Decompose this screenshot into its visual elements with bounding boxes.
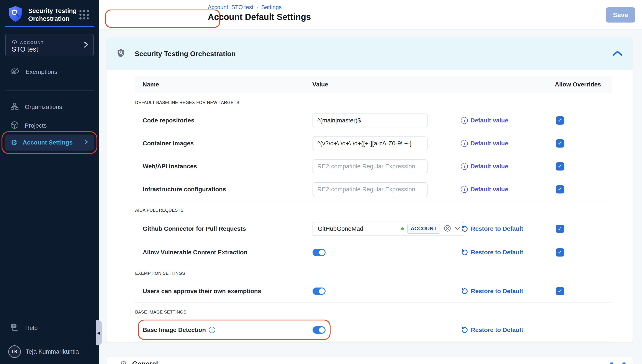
toggle-knob	[319, 288, 325, 294]
toggle-knob	[319, 327, 325, 333]
check-icon: ✓	[558, 288, 562, 294]
column-allow-overrides: Allow Overrides	[555, 81, 601, 88]
info-icon: i	[461, 140, 468, 147]
toggle-on[interactable]	[312, 326, 326, 334]
web-api-regex-input[interactable]	[312, 160, 428, 173]
gear-icon: ⚙	[120, 359, 127, 364]
setting-name: Users can approve their own exemptions	[143, 288, 261, 295]
page-title: Account Default Settings	[208, 12, 311, 22]
avatar: TK	[8, 345, 21, 358]
toggle-knob	[319, 250, 325, 255]
module-grid-icon[interactable]	[79, 10, 89, 20]
setting-row-allow-vulnerable-content-extraction: Allow Vulnerable Content Extraction Rest…	[135, 241, 612, 264]
sidebar-item-label: Exemptions	[26, 68, 57, 76]
scope-label: ACCOUNT	[20, 40, 44, 45]
setting-row-github-connector: Github Connector for Pull Requests GitHu…	[135, 217, 612, 241]
restore-to-default-button[interactable]: Restore to Default	[461, 225, 523, 233]
chevron-up-icon[interactable]	[613, 50, 622, 57]
user-name: Teja Kummarikuntla	[26, 348, 79, 355]
breadcrumb-settings-link[interactable]: Settings	[261, 4, 282, 10]
code-repositories-regex-input[interactable]	[312, 114, 428, 128]
setting-name: Web/API instances	[143, 163, 197, 170]
check-icon: ✓	[558, 117, 562, 124]
sidebar-collapse-handle[interactable]: ◀	[96, 320, 102, 345]
page-header: Account: STO test › Settings Account Def…	[99, 0, 642, 30]
sidebar-divider	[5, 90, 94, 90]
check-icon: ✓	[558, 140, 562, 147]
sidebar-divider	[5, 164, 94, 164]
sidebar-item-label: Help	[25, 324, 38, 332]
section-exemption-settings: EXEMPTION SETTINGS	[135, 271, 612, 276]
save-button[interactable]: Save	[606, 7, 635, 22]
sidebar-item-organizations[interactable]: Organizations	[0, 100, 99, 114]
default-value-indicator[interactable]: i Default value	[461, 186, 508, 193]
layers-icon	[12, 40, 17, 46]
sidebar: Security Testing Orchestration ACCOUNT S…	[0, 0, 99, 364]
svg-text:?: ?	[13, 324, 15, 328]
toggle-on[interactable]	[312, 288, 326, 295]
sidebar-item-label: Projects	[25, 122, 47, 129]
info-icon: i	[461, 163, 468, 170]
restore-icon	[461, 287, 468, 295]
restore-to-default-button[interactable]: Restore to Default	[461, 248, 523, 256]
restore-to-default-button[interactable]: Restore to Default	[461, 287, 523, 295]
panel-title: General	[132, 360, 158, 364]
allow-override-checkbox[interactable]: ✓	[556, 287, 564, 295]
account-scope-picker[interactable]: ACCOUNT STO test	[5, 34, 94, 56]
sidebar-item-help[interactable]: ? Help	[0, 321, 99, 335]
sto-shield-logo-icon	[8, 6, 23, 23]
github-connector-select[interactable]: GitHubGoneMad ACCOUNT	[312, 222, 464, 236]
allow-override-checkbox[interactable]: ✓	[556, 139, 564, 148]
setting-row-infrastructure-configurations: Infrastructure configurations i Default …	[135, 178, 612, 201]
toggle-on[interactable]	[312, 249, 326, 256]
container-images-regex-input[interactable]	[312, 136, 428, 150]
sidebar-item-projects[interactable]: Projects	[0, 119, 99, 132]
breadcrumb-account-link[interactable]: Account: STO test	[208, 4, 253, 10]
setting-row-users-approve-own-exemptions: Users can approve their own exemptions R…	[135, 280, 612, 303]
restore-to-default-button[interactable]: Restore to Default	[461, 326, 523, 334]
shield-scan-icon	[117, 49, 125, 59]
allow-override-checkbox[interactable]: ✓	[556, 185, 564, 194]
general-settings-panel: ⚙ General	[107, 357, 633, 364]
column-value: Value	[312, 81, 328, 88]
default-value-indicator[interactable]: i Default value	[461, 163, 508, 170]
allow-override-checkbox[interactable]: ✓	[556, 248, 564, 256]
setting-name: Github Connector for Pull Requests	[143, 225, 246, 232]
setting-name: Base Image Detection	[143, 326, 206, 334]
info-icon[interactable]: i	[209, 327, 215, 333]
product-logo-row[interactable]: Security Testing Orchestration	[8, 6, 77, 23]
section-aida-pull-requests: AIDA PULL REQUESTS	[135, 208, 612, 213]
section-base-image-settings: BASE IMAGE SETTINGS	[135, 310, 612, 314]
infrastructure-regex-input[interactable]	[312, 182, 428, 196]
restore-icon	[461, 225, 468, 233]
connector-value: GitHubGoneMad	[318, 225, 398, 232]
chevron-right-icon	[84, 139, 88, 146]
clear-connector-icon[interactable]	[444, 224, 451, 233]
sidebar-item-exemptions[interactable]: Exemptions	[0, 65, 99, 79]
help-chat-icon: ?	[11, 323, 19, 333]
sidebar-item-label: Organizations	[25, 104, 62, 110]
default-value-indicator[interactable]: i Default value	[461, 117, 508, 124]
allow-override-checkbox[interactable]: ✓	[556, 225, 564, 233]
allow-override-checkbox[interactable]: ✓	[556, 116, 564, 124]
sidebar-item-account-settings[interactable]: ⚙ Account Settings	[5, 134, 94, 150]
sidebar-item-label: Account Settings	[23, 139, 73, 146]
brand-underline	[5, 26, 94, 27]
setting-name: Code repositories	[143, 117, 194, 124]
connector-scope-badge: ACCOUNT	[407, 224, 440, 234]
app-window: Security Testing Orchestration ACCOUNT S…	[0, 0, 642, 364]
chevron-down-icon[interactable]	[455, 226, 460, 231]
chevron-right-icon: ›	[257, 4, 258, 10]
setting-row-base-image-detection: Base Image Detection i Restore to Defaul…	[135, 318, 612, 342]
eye-off-icon	[11, 68, 20, 76]
allow-override-checkbox[interactable]: ✓	[556, 162, 564, 170]
restore-icon	[461, 248, 468, 256]
column-name: Name	[143, 81, 159, 88]
clipped-blue-icon	[622, 362, 625, 364]
sto-panel-header[interactable]: Security Testing Orchestration	[107, 38, 633, 70]
org-hierarchy-icon	[11, 102, 19, 112]
default-value-indicator[interactable]: i Default value	[461, 140, 508, 147]
annotation-page-title	[105, 10, 220, 28]
setting-row-container-images: Container images i Default value ✓	[135, 132, 612, 155]
user-profile[interactable]: TK Teja Kummarikuntla	[8, 345, 79, 358]
